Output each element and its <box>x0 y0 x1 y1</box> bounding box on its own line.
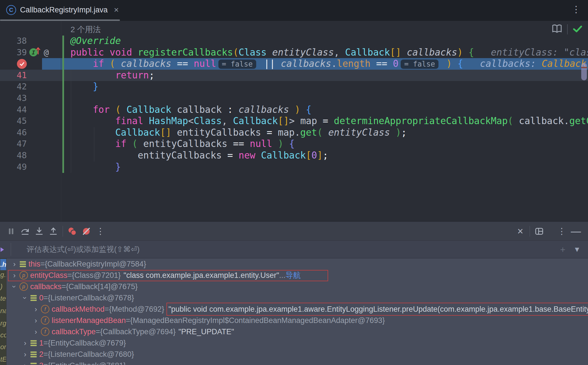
run-to-cursor-fragment-icon <box>1 247 4 252</box>
code-line-41[interactable]: 41 return; <box>0 70 588 81</box>
code-line-42[interactable]: 42 } <box>0 81 588 93</box>
chevron-right-icon[interactable]: › <box>11 270 18 281</box>
java-class-icon: C <box>6 5 16 15</box>
line-number: 39 <box>0 47 27 58</box>
field-icon: f <box>41 316 49 325</box>
editor-header-actions <box>551 23 583 36</box>
expand-caret-icon[interactable]: ▼ <box>573 245 581 254</box>
overrides-up-arrow-icon[interactable] <box>35 46 41 58</box>
step-into-icon[interactable] <box>32 225 46 238</box>
code-line-40[interactable]: if ( callbacks == null= false || callbac… <box>0 58 588 70</box>
code-line-46[interactable]: 46 Callback[] entityCallbacks = map.get(… <box>0 127 588 138</box>
kebab-menu-icon[interactable]: ⋮ <box>572 4 581 15</box>
chevron-down-icon[interactable]: › <box>19 294 31 302</box>
variable-row-callbackType[interactable]: ›fcallbackType = {CallbackType@7694}"PRE… <box>6 326 588 337</box>
value-list-icon <box>30 340 37 346</box>
chevron-right-icon[interactable]: › <box>21 349 29 360</box>
code-line-45[interactable]: 45 final HashMap<Class, Callback[]> map … <box>0 115 588 127</box>
chevron-right-icon[interactable]: › <box>32 304 40 315</box>
debugger-variables-panel: .hg.i)tenargcoortE ›this = {CallbackRegi… <box>0 258 588 365</box>
kebab-menu-icon[interactable]: ⋮ <box>93 225 107 238</box>
navigate-link[interactable]: 导航 <box>286 270 301 281</box>
variable-name: callbackMethod <box>52 304 105 315</box>
usages-inlay-hint[interactable]: 2 个用法 <box>0 24 588 35</box>
code-line-47[interactable]: 47 if ( entityCallbacks == null ) { <box>0 138 588 150</box>
variable-row-callbacks[interactable]: ›pcallbacks = {Callback[14]@7675} <box>6 281 588 292</box>
layout-settings-icon[interactable] <box>532 225 546 238</box>
object-reference: {ListenerCallback@7678} <box>48 292 134 304</box>
minimize-icon[interactable]: — <box>569 225 583 238</box>
kebab-menu-icon[interactable]: ⋮ <box>555 225 569 238</box>
variable-row-3[interactable]: ›3 = {EntityCallback@7681} <box>6 360 588 365</box>
panel-controls: × ⋮ — <box>513 222 583 241</box>
code-text: } <box>48 81 98 93</box>
clipped-background-text: co <box>0 331 6 339</box>
line-number: 47 <box>0 138 27 150</box>
clipped-background-text: tE <box>0 355 6 363</box>
variable-row-listenerManagedBean[interactable]: ›flistenerManagedBean = {ManagedBeanRegi… <box>6 315 588 326</box>
variable-row-0[interactable]: ›0 = {ListenerCallback@7678} <box>6 292 588 304</box>
close-icon[interactable]: × <box>114 5 119 15</box>
chevron-right-icon[interactable]: › <box>21 360 29 365</box>
error-stripe-mark <box>581 67 587 68</box>
reader-mode-book-icon[interactable] <box>551 23 563 36</box>
variable-row-this[interactable]: ›this = {CallbackRegistryImpl@7584} <box>6 258 588 270</box>
truncation-ellipsis: ... <box>279 270 286 281</box>
tab-callbackregistryimpl[interactable]: C CallbackRegistryImpl.java × <box>0 0 120 20</box>
variable-row-1[interactable]: ›1 = {EntityCallback@7679} <box>6 337 588 349</box>
step-over-icon[interactable] <box>18 225 32 238</box>
code-line-49[interactable]: 49 } <box>0 161 588 173</box>
variable-row-callbackMethod[interactable]: ›fcallbackMethod = {Method@7692}"public … <box>6 304 588 315</box>
line-number: 48 <box>0 150 27 161</box>
code-text: return; <box>48 70 155 81</box>
code-text: for ( Callback callback : callbacks ) { <box>48 104 311 116</box>
pause-icon[interactable] <box>4 225 18 238</box>
code-text: Callback[] entityCallbacks = map.get( en… <box>48 127 407 138</box>
inspections-ok-check-icon[interactable] <box>572 23 583 35</box>
value-list-icon <box>20 261 26 267</box>
inline-debugger-hint: entityClass: "class com.example.jpa.exam… <box>491 47 588 58</box>
evaluate-expression-input[interactable]: 评估表达式(⏎)或添加监视(⇧⌘⏎) <box>27 241 478 258</box>
variable-row-2[interactable]: ›2 = {ListenerCallback@7680} <box>6 349 588 360</box>
inline-evaluation-badge: = false <box>401 60 438 69</box>
code-line-38[interactable]: 38 @Override <box>0 35 588 47</box>
variable-row-entityClass[interactable]: ›pentityClass = {Class@7201}"class com.e… <box>6 270 588 281</box>
variables-tree: ›this = {CallbackRegistryImpl@7584}›pent… <box>6 258 588 365</box>
code-text: if ( entityCallbacks == null ) { <box>48 138 295 150</box>
toolbar-separator <box>530 226 530 237</box>
object-reference: {CallbackRegistryImpl@7584} <box>45 258 146 270</box>
close-icon[interactable]: × <box>513 225 527 238</box>
value-list-icon <box>30 351 37 357</box>
mute-breakpoints-icon[interactable] <box>79 225 93 238</box>
editor-scrollbar-thumb[interactable] <box>581 63 587 80</box>
step-out-icon[interactable] <box>46 225 60 238</box>
equals-sign: = <box>43 292 48 304</box>
clipped-background-text: rg <box>0 319 6 327</box>
parameter-icon: p <box>19 282 28 291</box>
breakpoint-hit-icon[interactable] <box>17 59 27 69</box>
code-line-43[interactable]: 43 <box>0 93 588 104</box>
code-editor[interactable]: 2 个用法 38 @Override39I@ public void regis… <box>0 21 588 221</box>
code-line-48[interactable]: 48 entityCallbacks = new Callback[0]; <box>0 150 588 161</box>
field-icon: f <box>41 327 49 336</box>
clipped-background-text: na <box>0 307 6 315</box>
header-separator <box>567 24 568 34</box>
view-breakpoints-icon[interactable] <box>65 225 79 238</box>
chevron-right-icon[interactable]: › <box>21 337 29 349</box>
chevron-down-icon[interactable]: › <box>9 283 20 290</box>
clipped-background-text: g.i <box>0 271 6 279</box>
chevron-right-icon[interactable]: › <box>11 258 18 270</box>
chevron-right-icon[interactable]: › <box>32 326 40 337</box>
string-value: "class com.example.jpa.example1.entity.U… <box>124 270 279 281</box>
chevron-right-icon[interactable]: › <box>32 315 40 326</box>
add-watch-icon[interactable]: + <box>560 245 565 255</box>
code-line-44[interactable]: 44 for ( Callback callback : callbacks )… <box>0 104 588 116</box>
line-number: 49 <box>0 161 27 173</box>
object-reference: {EntityCallback@7681} <box>48 360 126 365</box>
code-lines: 38 @Override39I@ public void registerCal… <box>0 35 588 173</box>
code-line-39[interactable]: 39I@ public void registerCallbacks(Class… <box>0 47 588 58</box>
object-reference: {EntityCallback@7679} <box>48 337 126 349</box>
evaluate-expression-bar: 评估表达式(⏎)或添加监视(⇧⌘⏎) + ▼ <box>0 240 588 258</box>
object-reference: {Method@7692} <box>109 304 164 315</box>
code-text: } <box>48 161 121 173</box>
